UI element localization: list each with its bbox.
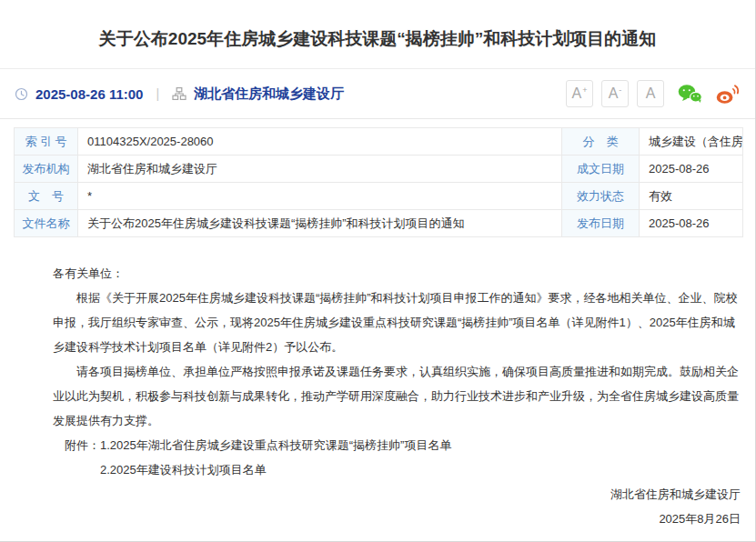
salutation: 各有关单位：	[53, 261, 741, 286]
index-number-label: 索 引 号	[15, 128, 78, 156]
weibo-share-icon[interactable]	[716, 84, 741, 105]
signature-org: 湖北省住房和城乡建设厅	[53, 482, 741, 507]
document-info-table: 索 引 号 01104325X/2025-28060 分 类 城乡建设（含住房）…	[14, 127, 743, 237]
paragraph-1: 根据《关于开展2025年住房城乡建设科技课题“揭榜挂帅”和科技计划项目申报工作的…	[53, 286, 741, 359]
validity-value: 有效	[640, 183, 743, 210]
publish-datetime: 2025-08-26 11:00	[35, 86, 143, 102]
category-label: 分 类	[562, 128, 640, 156]
table-row: 发布机构 湖北省住房和城乡建设厅 成文日期 2025-08-26	[15, 156, 743, 183]
article-body: 各有关单位： 根据《关于开展2025年住房城乡建设科技课题“揭榜挂帅”和科技计划…	[0, 237, 755, 531]
sitemap-icon	[172, 86, 186, 101]
font-decrease-sup: -	[619, 86, 621, 95]
publish-date-label: 发布日期	[562, 210, 640, 237]
page-title: 关于公布2025年住房城乡建设科技课题“揭榜挂帅”和科技计划项目的通知	[0, 0, 755, 51]
font-increase-button[interactable]: A+	[566, 80, 593, 107]
paragraph-2: 请各项目揭榜单位、承担单位严格按照申报承诺及课题任务要求，认真组织实施，确保项目…	[53, 359, 741, 433]
attachment-label: 附件：	[65, 438, 100, 452]
meta-bar: 2025-08-26 11:00 | 湖北省住房和城乡建设厅 A+ A- A	[0, 69, 755, 119]
issuer-label: 发布机构	[15, 156, 78, 183]
attachment-item-2: 2.2025年建设科技计划项目名单	[53, 457, 741, 482]
meta-separator: |	[156, 86, 159, 101]
table-row: 文件名称 关于公布2025年住房城乡建设科技课题“揭榜挂帅”和科技计划项目的通知…	[15, 210, 743, 237]
validity-label: 效力状态	[562, 183, 640, 210]
doc-name-label: 文件名称	[15, 210, 78, 237]
source-link[interactable]: 湖北省住房和城乡建设厅	[194, 85, 344, 103]
font-increase-sup: +	[582, 86, 587, 95]
written-date-label: 成文日期	[562, 156, 640, 183]
meta-right: A+ A- A	[566, 80, 741, 107]
written-date-value: 2025-08-26	[640, 156, 743, 183]
notice-page: 关于公布2025年住房城乡建设科技课题“揭榜挂帅”和科技计划项目的通知 2025…	[0, 0, 756, 542]
attachment-item-1: 1.2025年湖北省住房城乡建设重点科技研究课题“揭榜挂帅”项目名单	[100, 438, 451, 452]
font-decrease-button[interactable]: A-	[601, 80, 629, 107]
clock-icon	[15, 87, 28, 101]
issuer-value: 湖北省住房和城乡建设厅	[78, 156, 562, 183]
doc-number-label: 文 号	[15, 183, 78, 210]
category-value: 城乡建设（含住房）	[640, 128, 743, 156]
publish-date-value: 2025-08-26	[640, 210, 743, 237]
doc-name-value: 关于公布2025年住房城乡建设科技课题“揭榜挂帅”和科技计划项目的通知	[78, 210, 562, 237]
signature-date: 2025年8月26日	[53, 507, 741, 531]
font-decrease-label: A	[609, 86, 619, 101]
font-reset-label: A	[646, 86, 656, 101]
index-number-value: 01104325X/2025-28060	[78, 128, 562, 156]
table-row: 索 引 号 01104325X/2025-28060 分 类 城乡建设（含住房）	[15, 128, 743, 156]
meta-left: 2025-08-26 11:00 | 湖北省住房和城乡建设厅	[15, 85, 344, 103]
wechat-share-icon[interactable]	[678, 84, 702, 105]
attachment-line-1: 附件：1.2025年湖北省住房城乡建设重点科技研究课题“揭榜挂帅”项目名单	[53, 433, 741, 457]
font-reset-button[interactable]: A	[637, 80, 664, 107]
table-row: 文 号 * 效力状态 有效	[15, 183, 743, 210]
doc-number-value: *	[78, 183, 562, 210]
font-increase-label: A	[572, 86, 582, 101]
